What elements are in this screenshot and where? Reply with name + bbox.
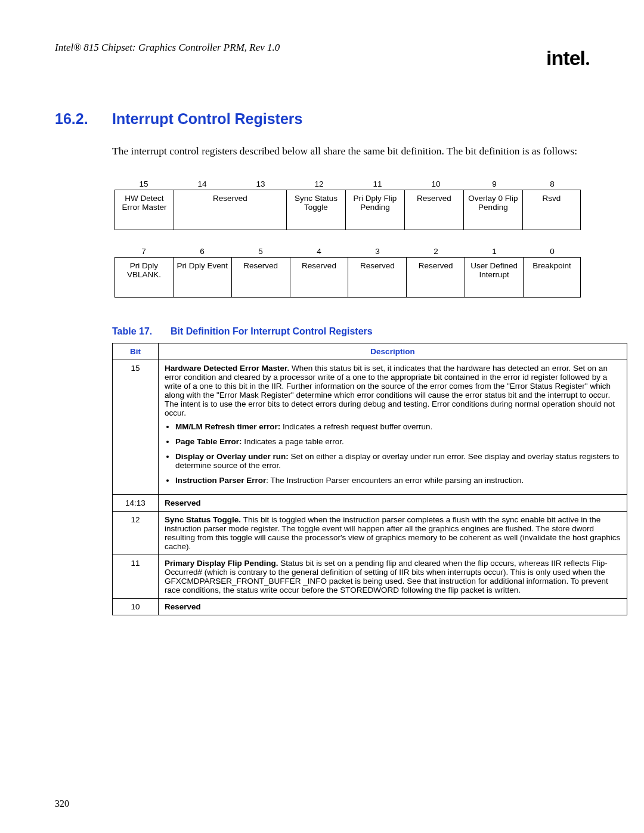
bit-cell: Reserved [174,190,287,230]
table-row: 11 Primary Display Flip Pending. Status … [113,555,627,598]
bit-header: 4 [290,247,348,257]
bit-cell: User Defined Interrupt [465,258,524,297]
doc-header: Intel® 815 Chipset: Graphics Controller … [55,42,589,54]
bit-cell: Pri Dply VBLANK. [115,258,174,297]
bit-cell: Reserved [405,190,464,230]
col-bit: Bit [113,343,159,360]
table-caption: Table 17. Bit Definition For Interrupt C… [112,326,589,337]
bit-diagram-high: 15 14 13 12 11 10 9 8 HW Detect Error Ma… [114,179,581,230]
bit-cell: Reserved [348,258,407,297]
section-number: 16.2. [55,110,112,128]
table-row: 14:13 Reserved [113,494,627,511]
bit-cell: Sync Status Toggle [287,190,346,230]
bit-header: 1 [465,247,524,257]
intel-logo: intel [546,47,589,70]
bit-cell: Pri Dply Event [174,258,232,297]
bit-header: 5 [231,247,290,257]
bit-header: 9 [465,179,524,190]
table-row: 12 Sync Status Toggle. This bit is toggl… [113,511,627,555]
section-title: Interrupt Control Registers [112,110,302,128]
bit-diagram-low: 7 6 5 4 3 2 1 0 Pri Dply VBLANK. Pri Dpl… [114,247,581,298]
bit-header: 2 [407,247,465,257]
section-heading: 16.2. Interrupt Control Registers [55,110,589,128]
bit-cell: Reserved [407,258,465,297]
col-desc: Description [159,343,627,360]
bit-cell: HW Detect Error Master [115,190,174,230]
bit-header: 15 [114,179,173,190]
bit-header: 14 [173,179,231,190]
table-row: 15 Hardware Detected Error Master. When … [113,360,627,494]
bit-cell: Reserved [290,258,349,297]
bit-header: 8 [524,179,581,190]
bit-header: 3 [348,247,407,257]
intro-paragraph: The interrupt control registers describe… [112,144,589,158]
bit-header: 13 [231,179,290,190]
bit-header: 6 [173,247,231,257]
page-number: 320 [55,798,69,809]
bit-header: 0 [524,247,581,257]
bit-definition-table: Bit Description 15 Hardware Detected Err… [112,343,627,615]
bit-cell: Reserved [232,258,290,297]
bit-header: 10 [407,179,465,190]
bit-header: 11 [348,179,407,190]
bit-header: 7 [114,247,173,257]
bit-cell: Pri Dply Flip Pending [346,190,405,230]
table-row: 10 Reserved [113,598,627,615]
bit-cell: Overlay 0 Flip Pending [464,190,523,230]
bit-header: 12 [290,179,348,190]
bit-cell: Rsvd [523,190,580,230]
bit-cell: Breakpoint [524,258,580,297]
